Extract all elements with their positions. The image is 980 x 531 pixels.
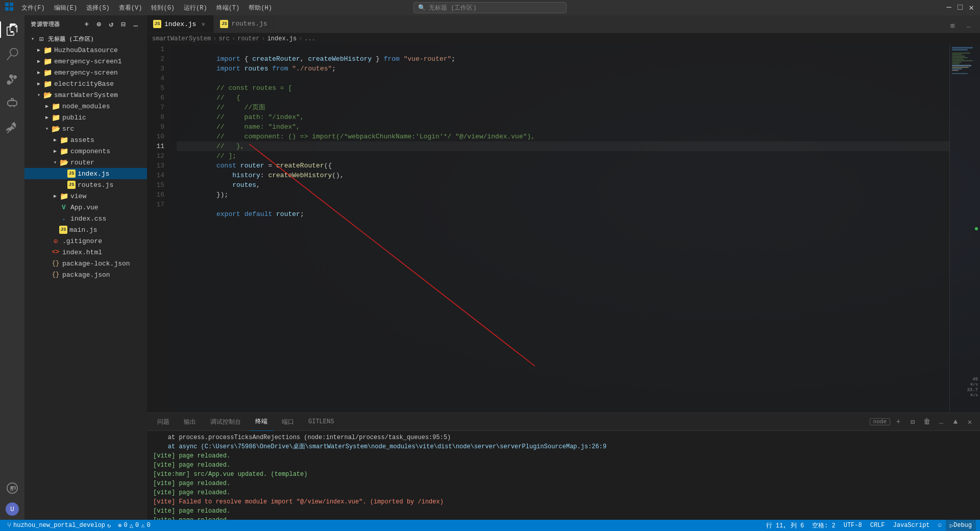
maximize-button[interactable]: □ xyxy=(957,4,964,11)
tree-item-workspace[interactable]: ▾ ⊡ 无标题 (工作区) xyxy=(24,33,147,44)
tree-item-router[interactable]: ▾ 📂 router xyxy=(24,157,147,168)
terminal-line-8: [vite] Failed to resolve module import "… xyxy=(153,497,974,506)
search-bar[interactable]: 🔍 无标题 (工作区) xyxy=(413,2,567,13)
tree-item-index-js[interactable]: ▶ JS index.js xyxy=(24,168,147,179)
tree-item-emergency-screen1[interactable]: ▶ 📁 emergency-screen1 xyxy=(24,56,147,67)
tree-item-electricitybase[interactable]: ▶ 📁 electricityBase xyxy=(24,78,147,89)
activity-source-control[interactable] xyxy=(0,66,24,91)
folder-icon: 📁 xyxy=(43,45,52,55)
status-spaces[interactable]: 空格: 2 xyxy=(808,520,840,531)
close-button[interactable]: ✕ xyxy=(968,4,975,11)
more-actions-icon[interactable]: … xyxy=(131,19,141,30)
breadcrumb-part-5[interactable]: ... xyxy=(304,35,315,42)
menu-help[interactable]: 帮助(H) xyxy=(244,3,276,13)
folder-icon: 📁 xyxy=(59,135,68,144)
menu-view[interactable]: 查看(V) xyxy=(115,3,146,13)
tab-index-js[interactable]: JS index.js ✕ xyxy=(147,15,214,33)
panel-tab-debug-console[interactable]: 调试控制台 xyxy=(204,413,247,431)
maximize-panel-button[interactable]: ▲ xyxy=(949,416,962,428)
new-file-icon[interactable]: + xyxy=(82,19,92,30)
panel-tab-ports[interactable]: 端口 xyxy=(276,413,300,431)
tree-item-package-lock[interactable]: ▶ {} package-lock.json xyxy=(24,258,147,269)
status-errors[interactable]: ⊗ 0 △ 0 ⚠ 0 xyxy=(115,520,153,531)
collapse-icon[interactable]: ⊟ xyxy=(118,19,129,30)
tab-routes-js[interactable]: JS routes.js xyxy=(214,15,274,33)
folder-icon: 📁 xyxy=(59,191,68,201)
tree-item-smartwatersystem[interactable]: ▾ 📂 smartWaterSystem xyxy=(24,89,147,101)
tree-item-app-vue[interactable]: ▶ V App.vue xyxy=(24,202,147,213)
add-terminal-button[interactable]: + xyxy=(892,416,904,428)
tree-item-index-css[interactable]: ▶ . index.css xyxy=(24,213,147,224)
user-avatar[interactable]: U xyxy=(6,502,19,516)
panel-tab-gitlens[interactable]: GITLENS xyxy=(302,413,340,431)
tree-item-index-html[interactable]: ▶ <> index.html xyxy=(24,247,147,258)
terminal-line-1: at process.processTicksAndRejections (no… xyxy=(153,433,974,442)
menu-terminal[interactable]: 终端(T) xyxy=(212,3,244,13)
menu-file[interactable]: 文件(F) xyxy=(17,3,49,13)
minimize-button[interactable]: ─ xyxy=(945,4,952,11)
arrow-icon: ▶ xyxy=(43,114,51,120)
code-content[interactable]: import { createRouter, createWebHistory … xyxy=(173,44,949,413)
status-encoding[interactable]: UTF-8 xyxy=(840,520,866,531)
tree-item-package-json[interactable]: ▶ {} package.json xyxy=(24,269,147,280)
tree-item-huzhoudatasource[interactable]: ▶ 📁 HuzhouDatasource xyxy=(24,44,147,56)
tree-item-node-modules[interactable]: ▶ 📁 node_modules xyxy=(24,101,147,112)
terminal-line-6: [vite] page reloaded. xyxy=(153,479,974,488)
panel-tab-terminal[interactable]: 终端 xyxy=(249,413,274,431)
terminal-line-5: [vite:hmr] src/App.vue updated. (templat… xyxy=(153,470,974,479)
line-num-6: 6 xyxy=(147,93,168,103)
tree-item-routes-js[interactable]: ▶ JS routes.js xyxy=(24,179,147,190)
menu-run[interactable]: 运行(R) xyxy=(180,3,211,13)
more-terminal-actions-button[interactable]: … xyxy=(935,416,947,428)
line-num-8: 8 xyxy=(147,112,168,122)
status-line-ending[interactable]: CRLF xyxy=(866,520,889,531)
menu-select[interactable]: 选择(S) xyxy=(82,3,114,13)
panel-tab-output[interactable]: 输出 xyxy=(178,413,202,431)
tree-item-view[interactable]: ▶ 📁 view xyxy=(24,190,147,202)
tree-item-emergency-screen[interactable]: ▶ 📁 emergency-screen xyxy=(24,67,147,78)
status-line-col[interactable]: 行 11, 列 6 xyxy=(762,520,808,531)
status-git-branch[interactable]: ⑂ huzhou_new_portal_develop ↻ xyxy=(4,520,114,531)
terminal-content[interactable]: at process.processTicksAndRejections (no… xyxy=(147,431,980,520)
folder-icon: 📁 xyxy=(51,113,60,122)
tree-item-gitignore[interactable]: ▶ ⊙ .gitignore xyxy=(24,235,147,247)
tree-item-components[interactable]: ▶ 📁 components xyxy=(24,146,147,157)
panel-tab-problems[interactable]: 问题 xyxy=(151,413,176,431)
sync-icon: ↻ xyxy=(107,522,111,529)
refresh-icon[interactable]: ↺ xyxy=(106,19,116,30)
upload-stat: 49 xyxy=(967,377,978,382)
more-tab-actions-button[interactable]: … xyxy=(962,18,976,33)
tree-item-public[interactable]: ▶ 📁 public xyxy=(24,112,147,123)
breadcrumb-part-4[interactable]: index.js xyxy=(267,35,297,42)
error-icon: ⊗ xyxy=(118,522,121,529)
git-icon: ⑂ xyxy=(7,521,11,529)
menu-edit[interactable]: 编辑(E) xyxy=(50,3,82,13)
tree-item-assets[interactable]: ▶ 📁 assets xyxy=(24,134,147,146)
activity-extensions[interactable] xyxy=(0,115,24,140)
tree-item-src[interactable]: ▾ 📂 src xyxy=(24,123,147,134)
activity-run-debug[interactable] xyxy=(0,91,24,115)
breadcrumb-part-3[interactable]: router xyxy=(237,35,259,42)
breadcrumb-part-1[interactable]: smartWaterSystem xyxy=(152,35,211,42)
split-editor-button[interactable]: ⊞ xyxy=(945,18,960,33)
kill-terminal-button[interactable]: 🗑 xyxy=(921,416,933,428)
tree-item-main-js[interactable]: ▶ JS main.js xyxy=(24,224,147,235)
new-folder-icon[interactable]: ⊕ xyxy=(94,19,104,30)
status-feedback[interactable]: ☺ xyxy=(934,520,946,531)
info-count: 0 xyxy=(146,522,150,529)
status-debug[interactable]: ▷ Debug xyxy=(946,520,976,531)
terminal-label[interactable]: node xyxy=(870,418,890,425)
line-num-3: 3 xyxy=(147,64,168,74)
activity-remote[interactable] xyxy=(0,476,24,500)
activity-search[interactable] xyxy=(0,42,24,66)
tab-close-button[interactable]: ✕ xyxy=(199,20,207,28)
sidebar: 资源管理器 + ⊕ ↺ ⊟ … ▾ ⊡ 无标题 (工作区) ▶ 📁 Huzhou… xyxy=(24,15,147,520)
status-language[interactable]: JavaScript xyxy=(889,520,934,531)
split-terminal-button[interactable]: ⊟ xyxy=(906,416,919,428)
close-panel-button[interactable]: ✕ xyxy=(964,416,976,428)
code-editor[interactable]: 1 2 3 4 5 6 7 8 9 10 11 12 13 14 15 16 1… xyxy=(147,44,980,413)
breadcrumb-part-2[interactable]: src xyxy=(218,35,230,42)
activity-explorer[interactable] xyxy=(0,17,24,42)
download-unit: K/s xyxy=(967,393,978,397)
menu-goto[interactable]: 转到(G) xyxy=(147,3,179,13)
